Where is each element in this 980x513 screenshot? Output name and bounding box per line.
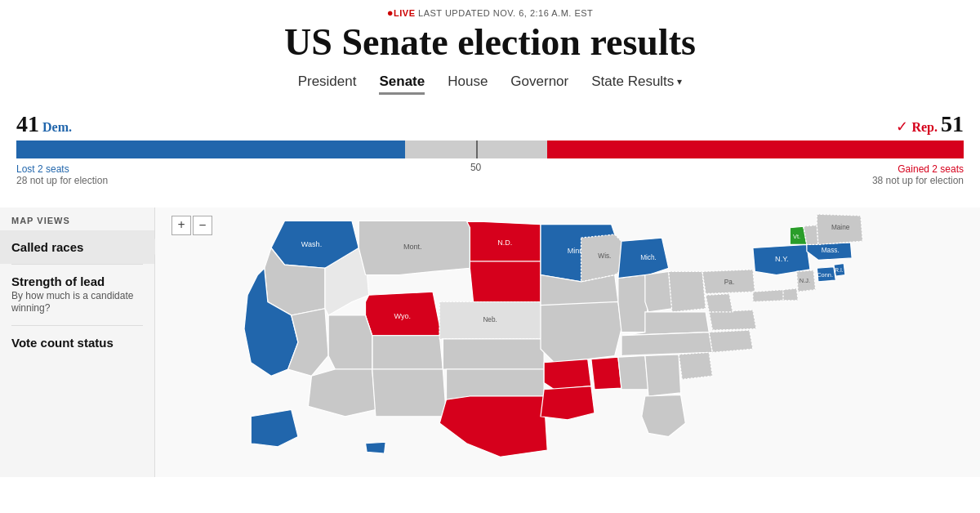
state-label-montana: Mont. [403,243,422,251]
state-utah[interactable] [328,315,372,369]
state-alaska[interactable] [251,409,298,446]
dem-bar [16,141,405,158]
rep-score-block: ✓ Rep. 51 [896,111,964,137]
state-tennessee[interactable] [621,332,712,355]
tab-president[interactable]: President [298,74,357,93]
state-maryland[interactable] [753,289,785,301]
state-label-connecticut: Conn. [817,271,833,279]
sidebar-item-strength[interactable]: Strength of lead By how much is a candid… [0,265,154,325]
state-kansas[interactable] [443,338,544,368]
state-texas[interactable] [439,396,547,457]
rep-not-up: 38 not up for election [872,175,964,186]
us-map: Wash. Mont. Wyo. [155,207,980,477]
state-mississippi[interactable] [591,357,621,390]
lost-seats: Lost 2 seats [16,163,108,175]
tab-senate[interactable]: Senate [379,74,425,93]
chevron-down-icon: ▾ [677,76,682,87]
sidebar-item-vote-count[interactable]: Vote count status [0,326,154,359]
state-south-dakota[interactable] [470,261,541,302]
state-hawaii[interactable] [366,442,386,453]
state-arizona[interactable] [308,369,376,417]
map-views-label: MAP VIEWS [0,207,154,230]
sidebar-item-called-races[interactable]: Called races [0,230,154,264]
state-ohio[interactable] [669,271,706,312]
dem-label: Dem. [42,120,72,134]
page-header: ●LIVE LAST UPDATED NOV. 6, 2:16 A.M. EST… [0,0,980,74]
state-illinois[interactable] [618,274,648,332]
zoom-controls: + − [172,216,212,235]
state-west-virginia[interactable] [706,293,733,311]
state-georgia[interactable] [645,354,681,395]
live-dot: ● [387,7,394,19]
state-label-vermont: Vt. [793,233,800,240]
state-alabama[interactable] [618,355,648,389]
live-label: LIVE [394,8,415,18]
sidebar-item-title-called-races: Called races [11,240,143,254]
state-label-nebraska: Neb. [483,316,497,323]
page-title: US Senate election results [0,22,980,64]
live-bar: ●LIVE LAST UPDATED NOV. 6, 2:16 A.M. EST [0,7,980,19]
dem-count: 41 [16,111,39,136]
rep-label: Rep. [911,120,938,134]
state-label-massachusetts: Mass. [822,247,840,254]
sidebar-item-title-strength: Strength of lead [11,274,143,288]
rep-sub: Gained 2 seats 38 not up for election [872,163,964,186]
state-louisiana[interactable] [541,386,595,419]
dem-score-block: 41 Dem. [16,111,72,137]
sidebar-item-title-vote-count: Vote count status [11,336,143,350]
sidebar-item-desc-strength: By how much is a candidate winning? [11,290,143,315]
last-updated: LAST UPDATED NOV. 6, 2:16 A.M. EST [418,8,593,18]
score-section: 41 Dem. ✓ Rep. 51 50 Lost 2 seats 28 not… [0,98,980,191]
map-area: + − Wash. Mont. Wyo. [155,207,980,477]
state-label-pennsylvania: Pa. [724,279,734,286]
tab-state-results[interactable]: State Results ▾ [591,74,682,93]
zoom-out-button[interactable]: − [193,216,212,235]
dem-not-up: 28 not up for election [16,175,108,186]
tab-governor[interactable]: Governor [510,74,568,93]
state-missouri[interactable] [541,301,621,362]
state-new-mexico[interactable] [372,369,447,417]
state-delaware[interactable] [783,288,798,301]
sub-labels: Lost 2 seats 28 not up for election Gain… [16,163,964,186]
zoom-in-button[interactable]: + [172,216,191,235]
bottom-section: MAP VIEWS Called races Strength of lead … [0,207,980,477]
state-label-michigan: Mich. [640,254,657,261]
state-label-wyoming: Wyo. [394,312,412,320]
rep-bar [547,141,964,158]
nav-tabs: President Senate House Governor State Re… [0,74,980,93]
state-label-rhode-island: R.I. [835,267,843,273]
state-label-maine: Maine [831,224,850,231]
score-labels: 41 Dem. ✓ Rep. 51 [16,111,964,137]
state-north-carolina[interactable] [709,330,753,352]
sidebar: MAP VIEWS Called races Strength of lead … [0,207,155,477]
progress-bar: 50 [16,141,964,158]
state-south-carolina[interactable] [679,352,712,379]
tab-house[interactable]: House [448,74,488,93]
state-colorado[interactable] [372,335,443,368]
state-arkansas[interactable] [544,359,591,389]
dem-sub: Lost 2 seats 28 not up for election [16,163,108,186]
fifty-mark [476,141,478,158]
state-label-wisconsin: Wis. [598,252,611,259]
state-virginia[interactable] [709,310,756,330]
state-label-north-dakota: N.D. [497,239,512,247]
state-label-nj: N.J. [800,277,810,284]
state-florida[interactable] [642,395,686,436]
rep-count: 51 [941,111,964,136]
gained-seats: Gained 2 seats [872,163,964,175]
gray-bar: 50 [405,141,547,158]
fifty-label: 50 [470,162,481,173]
state-label-washington: Wash. [301,239,322,248]
state-indiana[interactable] [645,271,672,312]
state-label-new-york: N.Y. [775,255,788,263]
winner-checkmark: ✓ [896,118,908,135]
